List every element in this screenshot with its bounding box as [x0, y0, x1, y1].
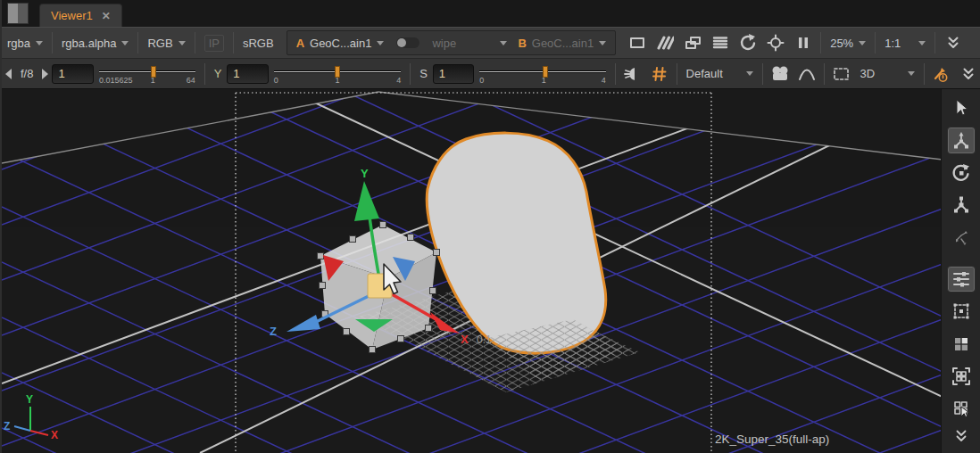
pane-menu-icon[interactable] [7, 3, 29, 24]
toggle-knob-icon [397, 38, 406, 47]
gamma-slider[interactable]: 0 1 4 [274, 61, 401, 87]
chevron-down-icon [36, 41, 43, 45]
camera-button[interactable] [768, 62, 792, 86]
translate-tool-button[interactable] [947, 127, 976, 153]
rotate-tool-button[interactable] [947, 160, 976, 186]
gamma-label: Y [209, 63, 228, 85]
axis-indicator-z-label: Z [4, 420, 10, 432]
wipe-mode-dropdown[interactable]: wipe [427, 32, 512, 54]
refresh-button[interactable] [735, 31, 760, 54]
manipulators-button[interactable] [947, 266, 976, 292]
scanlines-button[interactable] [708, 31, 732, 54]
gizmo-y-label: Y [361, 167, 369, 180]
separator [762, 63, 763, 85]
frame-selection-button[interactable] [947, 363, 976, 390]
gamma-input[interactable]: 1 [227, 64, 268, 84]
expand-toolbar-chevrons-icon[interactable] [941, 31, 965, 54]
roi-target-button[interactable] [763, 31, 787, 54]
quad-view-button[interactable] [947, 331, 976, 358]
3d-viewport[interactable]: Y X Z 0.1 Y Z X 2K_Super_35(full-ap) [2, 89, 943, 453]
headlamp-button[interactable] [621, 62, 644, 86]
gain-step-down-icon[interactable] [5, 69, 12, 79]
separator [875, 32, 876, 54]
viewer-lut-dropdown[interactable]: sRGB [237, 32, 279, 54]
gain-slider[interactable]: 0.015625 1 64 [99, 61, 195, 87]
curve-button[interactable] [795, 62, 818, 86]
color-sample-alert-button[interactable] [930, 62, 953, 86]
separator [677, 63, 677, 85]
view-mode-dropdown[interactable]: 3D [855, 63, 921, 85]
tab-label: Viewer1 [51, 9, 93, 22]
chevron-down-icon [179, 41, 186, 45]
adjust-toolbar: f/8 1 0.015625 1 64 Y 1 0 1 4 S 1 0 1 4 [2, 58, 980, 89]
separator [137, 32, 138, 54]
grid-scale-label: 0.1 [477, 334, 492, 346]
chevron-down-icon [599, 41, 606, 45]
chevron-down-icon [500, 41, 507, 45]
channels-dropdown[interactable]: rgba [2, 32, 48, 54]
pause-button[interactable] [791, 31, 815, 54]
chevron-down-icon [746, 71, 753, 76]
display-mode-dropdown[interactable]: RGB [142, 32, 190, 54]
viewport-tool-column [941, 89, 980, 453]
scale-tool-button[interactable] [947, 192, 976, 218]
zoom-level-dropdown[interactable]: 25% [825, 32, 871, 54]
gizmo-x-label: X [461, 333, 469, 346]
format-name-label: 2K_Super_35(full-ap) [715, 432, 829, 446]
separator [615, 63, 616, 85]
separator [195, 32, 195, 54]
gain-step-up-icon[interactable] [42, 69, 48, 79]
separator [924, 63, 925, 85]
separator [204, 63, 205, 85]
grid-toggle-button[interactable] [648, 62, 671, 86]
axis-indicator-x-label: X [51, 429, 58, 441]
chevron-down-icon [859, 41, 866, 45]
chevron-down-icon [918, 41, 926, 45]
input-a-dropdown[interactable]: A GeoC...ain1 [291, 32, 390, 54]
chevron-down-icon [908, 71, 915, 76]
chevron-down-icon [377, 41, 384, 45]
display-toolbar: rgba rgba.alpha RGB IP sRGB A GeoC...ain… [2, 27, 980, 58]
gain-input[interactable]: 1 [52, 64, 93, 84]
select-tool-button[interactable] [947, 95, 976, 121]
fstop-label: f/8 [15, 63, 38, 85]
separator [820, 32, 821, 54]
expand-toolbar-chevrons-icon[interactable] [957, 62, 980, 86]
input-b-dropdown[interactable]: B GeoC...ain1 [512, 32, 611, 54]
separator [934, 32, 935, 54]
vertex-select-button[interactable] [947, 298, 976, 325]
separator [824, 63, 825, 85]
ab-input-group: A GeoC...ain1 wipe B GeoC...ain1 [287, 30, 617, 55]
close-icon[interactable]: ✕ [102, 10, 111, 22]
saturation-label: S [414, 63, 433, 85]
format-outline-button[interactable] [625, 31, 649, 54]
expand-tools-chevrons-icon[interactable] [947, 423, 976, 449]
gizmo-z-label: Z [270, 325, 277, 338]
skew-tool-button[interactable] [947, 224, 976, 251]
lighting-dropdown[interactable]: Default [681, 63, 759, 85]
layer-dropdown[interactable]: rgba.alpha [56, 32, 134, 54]
axis-indicator-y-label: Y [26, 393, 33, 406]
tab-bar: Viewer1 ✕ [2, 0, 980, 27]
proxy-stripes-button[interactable] [652, 31, 677, 54]
pane-focus-button[interactable] [947, 395, 976, 422]
separator [233, 32, 234, 54]
wipe-toggle[interactable] [396, 37, 419, 48]
saturation-slider[interactable]: 0 1 4 [479, 61, 605, 87]
pixel-aspect-dropdown[interactable]: 1:1 [879, 32, 931, 54]
tab-viewer1[interactable]: Viewer1 ✕ [39, 4, 122, 27]
input-process-button[interactable]: IP [199, 32, 229, 54]
marquee-select-button[interactable] [830, 62, 853, 86]
separator [52, 32, 53, 54]
overlay-panels-button[interactable] [680, 31, 704, 54]
chevron-down-icon [121, 41, 129, 45]
nuke-viewer-window: Viewer1 ✕ rgba rgba.alpha RGB IP sRGB A … [0, 0, 980, 453]
saturation-input[interactable]: 1 [433, 64, 474, 84]
separator [410, 63, 411, 85]
